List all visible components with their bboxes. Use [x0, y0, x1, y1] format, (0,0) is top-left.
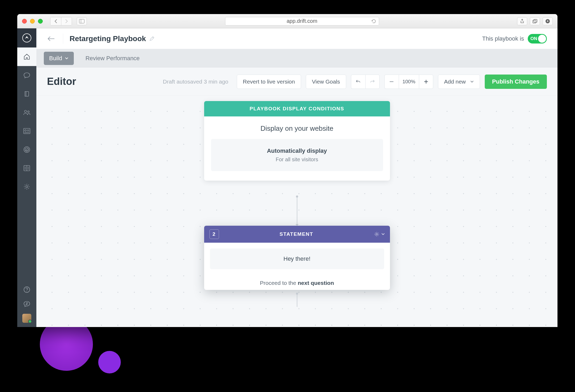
tabs-button[interactable] — [530, 17, 540, 25]
connector-line — [297, 197, 297, 226]
zoom-out-button[interactable] — [384, 75, 399, 89]
chevron-down-icon — [470, 80, 474, 83]
decorative-circle — [98, 351, 121, 373]
svg-rect-0 — [79, 19, 84, 23]
refresh-icon[interactable] — [371, 19, 376, 24]
svg-point-9 — [25, 130, 26, 131]
sidebar-item-accounts[interactable] — [17, 122, 36, 140]
status-label: This playbook is — [482, 35, 524, 42]
rule-subtitle: For all site visitors — [216, 156, 378, 163]
sidebar-item-conversations[interactable] — [17, 66, 36, 85]
conditions-header: PLAYBOOK DISPLAY CONDITIONS — [204, 101, 390, 116]
statement-body: Hey there! — [204, 243, 390, 275]
svg-point-23 — [26, 186, 28, 188]
statement-settings-button[interactable] — [374, 232, 385, 237]
close-window-button[interactable] — [22, 19, 27, 24]
statement-node[interactable]: 2 STATEMENT Hey there! Proceed to the ne… — [204, 226, 390, 290]
tab-build[interactable]: Build — [44, 52, 74, 65]
zoom-group: 100% — [384, 75, 433, 89]
sidebar-toggle-button[interactable] — [77, 17, 87, 25]
svg-rect-3 — [534, 19, 537, 22]
tab-review-performance[interactable]: Review Performance — [80, 52, 145, 65]
url-text: app.drift.com — [287, 18, 317, 24]
sidebar-bottom — [17, 282, 36, 327]
statement-message[interactable]: Hey there! — [210, 249, 384, 269]
tab-build-label: Build — [49, 55, 62, 62]
browser-chrome: app.drift.com — [17, 14, 557, 28]
sidebar-item-home[interactable] — [17, 47, 36, 66]
header-bar: Retargeting Playbook This playbook is ON — [36, 28, 557, 49]
user-avatar[interactable] — [22, 314, 31, 323]
chevron-down-icon — [381, 233, 385, 235]
sidebar-item-reports[interactable] — [17, 159, 36, 177]
connector-line — [297, 294, 297, 307]
zoom-in-button[interactable] — [419, 75, 433, 89]
tab-review-label: Review Performance — [85, 55, 140, 62]
window-controls — [22, 19, 43, 24]
statement-header: 2 STATEMENT — [204, 226, 390, 243]
statement-header-label: STATEMENT — [219, 231, 374, 237]
conditions-rule[interactable]: Automatically display For all site visit… — [211, 139, 383, 171]
add-new-button[interactable]: Add new — [438, 75, 480, 89]
edit-title-button[interactable] — [149, 36, 155, 41]
undo-button[interactable] — [351, 75, 365, 89]
main-area: Retargeting Playbook This playbook is ON… — [36, 28, 557, 327]
publish-button[interactable]: Publish Changes — [485, 75, 547, 89]
browser-window: app.drift.com — [17, 14, 557, 327]
sidebar-item-playbooks[interactable] — [17, 85, 36, 103]
minimize-window-button[interactable] — [30, 19, 35, 24]
conditions-subtitle: Display on your website — [211, 124, 383, 133]
sidebar — [17, 28, 36, 327]
autosave-status: Draft autosaved 3 min ago — [163, 79, 228, 85]
view-goals-button[interactable]: View Goals — [306, 75, 346, 89]
flow-canvas[interactable]: PLAYBOOK DISPLAY CONDITIONS Display on y… — [36, 96, 557, 327]
back-arrow-button[interactable] — [47, 36, 55, 42]
revert-button[interactable]: Revert to live version — [237, 75, 301, 89]
chrome-right-controls — [517, 17, 553, 25]
app-logo[interactable] — [17, 28, 36, 47]
zoom-level[interactable]: 100% — [399, 75, 419, 89]
svg-point-6 — [24, 110, 27, 112]
svg-rect-2 — [533, 20, 536, 23]
divider — [63, 34, 63, 44]
forward-button[interactable] — [61, 17, 72, 25]
tabs-bar: Build Review Performance — [36, 49, 557, 68]
svg-point-5 — [23, 34, 31, 42]
svg-point-25 — [27, 291, 27, 291]
url-bar[interactable]: app.drift.com — [225, 17, 379, 25]
conditions-body: Display on your website Automatically di… — [204, 116, 390, 181]
sidebar-item-help[interactable] — [17, 282, 36, 297]
editor-toolbar: Editor Draft autosaved 3 min ago Revert … — [36, 68, 557, 96]
app-container: Retargeting Playbook This playbook is ON… — [17, 28, 557, 327]
maximize-window-button[interactable] — [38, 19, 43, 24]
svg-point-7 — [28, 111, 29, 112]
step-number: 2 — [209, 229, 219, 239]
redo-button[interactable] — [365, 75, 380, 89]
gear-icon — [374, 232, 379, 237]
sidebar-item-snooze[interactable] — [17, 297, 36, 311]
downloads-button[interactable] — [543, 17, 553, 25]
toggle-state-label: ON — [530, 36, 537, 41]
page-title: Retargeting Playbook — [70, 34, 146, 43]
back-button[interactable] — [50, 17, 61, 25]
sidebar-item-settings[interactable] — [17, 177, 36, 196]
nav-back-forward — [50, 17, 72, 25]
share-button[interactable] — [517, 17, 527, 25]
proceed-action[interactable]: Proceed to the next question — [204, 275, 390, 290]
sidebar-item-campaigns[interactable] — [17, 140, 36, 159]
sidebar-item-contacts[interactable] — [17, 103, 36, 122]
editor-title: Editor — [47, 76, 76, 87]
playbook-status: This playbook is ON — [482, 34, 547, 43]
svg-point-24 — [24, 287, 30, 293]
undo-redo-group — [351, 75, 380, 89]
chevron-down-icon — [65, 57, 68, 60]
playbook-toggle[interactable]: ON — [528, 34, 547, 43]
conditions-node[interactable]: PLAYBOOK DISPLAY CONDITIONS Display on y… — [204, 101, 390, 181]
toggle-knob — [538, 35, 546, 43]
rule-title: Automatically display — [216, 147, 378, 154]
svg-point-29 — [376, 233, 377, 235]
